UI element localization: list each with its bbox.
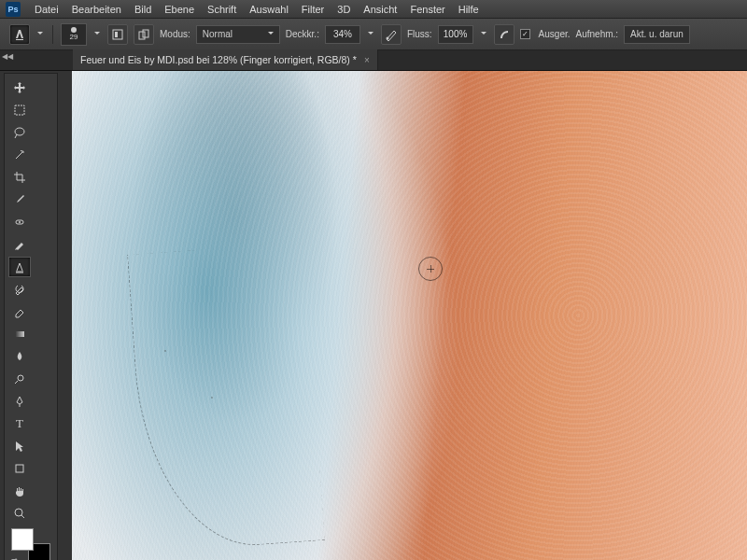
menu-file[interactable]: Datei (28, 4, 65, 15)
clone-stamp-tool[interactable] (8, 257, 31, 277)
swap-colors-icon[interactable]: ⇄ (11, 556, 21, 560)
foreground-swatch[interactable] (11, 528, 34, 551)
eyedropper-tool[interactable] (8, 189, 31, 210)
menu-3d[interactable]: 3D (331, 4, 357, 15)
pressure-opacity-icon[interactable] (381, 24, 402, 45)
blur-tool[interactable] (8, 346, 31, 367)
svg-rect-1 (115, 32, 118, 37)
panel-collapse-handle[interactable]: ◀◀ (2, 52, 13, 61)
history-brush-tool[interactable] (8, 279, 31, 300)
menu-type[interactable]: Schrift (201, 4, 243, 15)
svg-rect-2 (139, 32, 145, 39)
brush-preset-picker[interactable]: 29 (61, 23, 87, 46)
menu-help[interactable]: Hilfe (452, 4, 486, 15)
dodge-tool[interactable] (8, 369, 31, 389)
gradient-tool[interactable] (8, 324, 31, 344)
airbrush-icon[interactable] (494, 24, 514, 45)
chevron-down-icon (268, 32, 274, 37)
type-tool[interactable]: T (8, 413, 31, 434)
blend-mode-select[interactable]: Normal (196, 25, 280, 44)
brush-panel-toggle-icon[interactable] (107, 24, 128, 45)
sample-value: Akt. u. darun (630, 29, 684, 39)
menu-view[interactable]: Ansicht (357, 4, 403, 15)
document-canvas[interactable] (72, 71, 747, 560)
menu-window[interactable]: Fenster (403, 4, 451, 15)
default-colors-icon[interactable] (41, 528, 50, 538)
menu-layer[interactable]: Ebene (158, 4, 201, 15)
menu-select[interactable]: Auswahl (243, 4, 295, 15)
svg-point-6 (15, 128, 24, 135)
hand-tool[interactable] (8, 481, 31, 501)
tools-panel: T ⇄ (4, 73, 58, 560)
brush-tool[interactable] (8, 234, 31, 255)
aligned-label: Ausger. (539, 29, 571, 39)
opacity-dropdown[interactable] (366, 24, 375, 45)
marquee-tool[interactable] (8, 100, 31, 120)
move-tool[interactable] (8, 77, 31, 98)
crop-tool[interactable] (8, 167, 31, 188)
path-selection-tool[interactable] (8, 436, 31, 456)
svg-rect-5 (15, 105, 24, 115)
shape-tool[interactable] (8, 458, 31, 479)
blend-mode-value: Normal (203, 29, 233, 39)
lasso-tool[interactable] (8, 122, 31, 143)
menu-filter[interactable]: Filter (295, 4, 331, 15)
document-tab-bar: ◀◀ Feuer und Eis by MDI.psd bei 128% (Fi… (0, 50, 747, 71)
mode-label: Modus: (160, 29, 190, 39)
clone-source-panel-icon[interactable] (134, 24, 154, 45)
healing-brush-tool[interactable] (8, 212, 31, 232)
menu-image[interactable]: Bild (128, 4, 158, 15)
flow-label: Fluss: (407, 29, 432, 39)
close-tab-icon[interactable]: × (364, 55, 370, 65)
sample-select[interactable]: Akt. u. darun (624, 25, 690, 44)
document-tab-title: Feuer und Eis by MDI.psd bei 128% (Finge… (80, 54, 357, 65)
current-tool-icon[interactable] (9, 24, 30, 45)
sample-label: Aufnehm.: (576, 29, 619, 39)
magic-wand-tool[interactable] (8, 145, 31, 165)
document-tab[interactable]: Feuer und Eis by MDI.psd bei 128% (Finge… (73, 49, 378, 70)
color-swatches[interactable]: ⇄ (11, 528, 50, 560)
svg-point-9 (18, 375, 23, 381)
menu-bar: Ps Datei Bearbeiten Bild Ebene Schrift A… (0, 0, 747, 19)
svg-rect-3 (143, 30, 148, 37)
eraser-tool[interactable] (8, 301, 31, 322)
brush-preset-dropdown[interactable] (92, 24, 102, 45)
tool-preset-dropdown[interactable] (35, 24, 45, 45)
opacity-label: Deckkr.: (286, 29, 319, 39)
opacity-input[interactable]: 34% (325, 25, 360, 44)
svg-rect-10 (16, 465, 23, 472)
flow-input[interactable]: 100% (438, 25, 473, 44)
svg-point-11 (15, 509, 22, 516)
zoom-tool[interactable] (8, 503, 31, 524)
svg-point-4 (386, 36, 388, 39)
flow-dropdown[interactable] (479, 24, 488, 45)
svg-rect-8 (15, 331, 24, 337)
aligned-checkbox[interactable] (520, 29, 530, 39)
menu-edit[interactable]: Bearbeiten (65, 4, 128, 15)
brush-size-label: 29 (70, 33, 78, 41)
brush-cursor (418, 257, 443, 281)
app-logo: Ps (6, 2, 21, 17)
pen-tool[interactable] (8, 391, 31, 412)
options-bar: 29 Modus: Normal Deckkr.: 34% Fluss: 100… (0, 19, 747, 50)
